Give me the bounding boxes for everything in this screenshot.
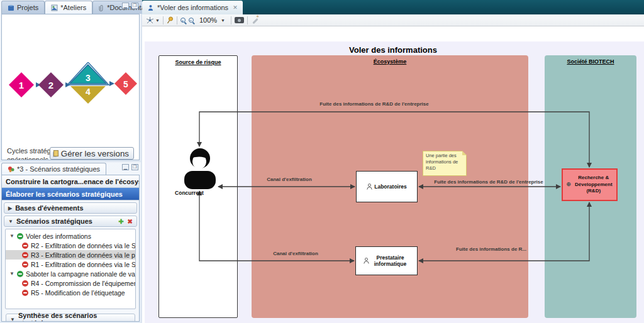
risk-status-icon xyxy=(22,261,28,268)
chevron-down-icon: ▼ xyxy=(9,233,14,239)
workshop3-icon xyxy=(8,166,14,173)
arrowheads xyxy=(197,142,592,263)
section-scenarios-strategiques[interactable]: ▼ Scénarios stratégiques ✚ ✖ xyxy=(4,216,137,227)
section-bases-evenements[interactable]: ▶ Bases d'évènements xyxy=(4,202,137,214)
toolbar-separator xyxy=(177,16,177,25)
tab-projets[interactable]: Projets xyxy=(1,1,45,14)
tab-voler-des-informations[interactable]: *Voler des informations ✕ xyxy=(142,1,243,14)
node-prestataire-informatique[interactable]: Prestataire informatique xyxy=(355,246,418,275)
close-icon[interactable]: ✕ xyxy=(233,4,238,11)
maximize-icon[interactable]: ❒ xyxy=(131,164,138,170)
zoom-level-value: 100% xyxy=(199,16,217,24)
snapshot-button[interactable] xyxy=(235,17,244,23)
minimize-icon[interactable]: ▁ xyxy=(122,3,129,9)
ebios-workshop-cycle[interactable]: 1 2 3 4 5 xyxy=(4,62,139,115)
auto-arrange-button[interactable] xyxy=(251,16,259,25)
toolbar-separator xyxy=(247,16,248,25)
edge-label-fuite-mid: Fuite des informations de R&D de l'entre… xyxy=(434,179,543,185)
minimize-icon[interactable]: ▁ xyxy=(122,164,129,170)
chevron-down-icon: ▼ xyxy=(221,18,225,23)
chevron-down-icon[interactable]: ▼ xyxy=(155,18,160,23)
workshops-view-body: 1 2 3 4 5 Cycles stratégiques et opérati… xyxy=(1,14,140,160)
tree-item-r3[interactable]: R3 - Exfiltration de données via le pres xyxy=(6,250,135,260)
tree-item-r4[interactable]: R4 - Compromission de l'équipement xyxy=(6,278,135,288)
chevron-right-icon: ▶ xyxy=(8,205,12,211)
scenario-status-icon xyxy=(17,233,23,239)
magic-wand-icon xyxy=(251,16,259,25)
edge-label-canal-2: Canal d'exfiltration xyxy=(273,251,318,256)
tab-scenarios-label: *3 - Scénarios stratégiques xyxy=(17,165,100,173)
pin-button[interactable] xyxy=(167,16,174,24)
scenarios-panel: *3 - Scénarios stratégiques ▁ ❒ Construi… xyxy=(0,162,141,323)
workshops-panel: Projets *Ateliers *Documentatio ▁ ❒ 1 2 … xyxy=(0,0,141,162)
workshops-icon xyxy=(51,4,58,11)
tree-item-saboter[interactable]: ▼ Saboter la campagne nationale de vacci… xyxy=(6,269,135,278)
note-fold-corner xyxy=(462,151,467,155)
flow-arrow-icon xyxy=(109,81,114,86)
zoom-in-button[interactable]: + xyxy=(180,18,186,23)
person-icon xyxy=(367,183,372,190)
zoom-out-button[interactable]: − xyxy=(189,18,194,23)
gear-icon: ⊕ xyxy=(566,181,571,189)
editor-tab-label: *Voler des informations xyxy=(157,4,228,11)
tree-item-r2[interactable]: R2 - Exfiltration de données via le SI d xyxy=(6,241,135,250)
edge-label-fuite-bottom: Fuite des informations de R... xyxy=(456,246,526,252)
nav-construire-cartographie[interactable]: Construire la cartogra...enace de l'écos… xyxy=(2,175,139,188)
delete-scenario-icon[interactable]: ✖ xyxy=(128,218,133,225)
node-laboratoires[interactable]: Laboratoires xyxy=(356,171,418,202)
workshop2-number: 2 xyxy=(48,80,53,90)
chevron-down-icon: ▼ xyxy=(9,271,14,276)
diagram-canvas[interactable]: Voler des informations Source de risque … xyxy=(142,26,644,323)
workshop1-number: 1 xyxy=(19,80,24,90)
maximize-icon[interactable]: ❒ xyxy=(131,3,138,9)
panel-window-buttons: ▁ ❒ xyxy=(122,164,138,170)
zoom-level-combo[interactable]: 100% ▼ xyxy=(197,16,228,25)
projects-icon xyxy=(8,4,14,11)
nav-elaborer-scenarios[interactable]: Élaborer les scénarios stratégiques xyxy=(2,188,139,200)
zoom-in-icon: + xyxy=(180,18,186,23)
workshop5-number: 5 xyxy=(123,79,128,89)
tab-ateliers[interactable]: *Ateliers xyxy=(45,1,92,14)
scenario-status-icon xyxy=(17,271,23,277)
risk-status-icon xyxy=(22,243,28,249)
node-recherche-developpement[interactable]: ⊕ Recherche & Développement (R&D) xyxy=(562,168,618,201)
concurrent-label: Concurrent xyxy=(167,190,211,196)
manage-versions-button[interactable]: Gérer les versions xyxy=(50,147,134,160)
edge-top-fuite[interactable] xyxy=(199,112,589,167)
sticky-note[interactable]: Une partie des informations de R&D xyxy=(423,151,467,176)
scenarios-tree: ▼ Voler des informations R2 - Exfiltrati… xyxy=(5,229,136,309)
camera-icon xyxy=(235,17,244,23)
toolbar-separator xyxy=(163,16,164,25)
chevron-down-icon: ▼ xyxy=(10,317,15,322)
concurrent-actor-icon[interactable] xyxy=(184,148,216,189)
person-icon xyxy=(364,258,369,264)
diagram-page[interactable]: Voler des informations Source de risque … xyxy=(145,41,644,323)
workshop4-number: 4 xyxy=(86,87,91,97)
tab-ateliers-label: *Ateliers xyxy=(60,4,86,11)
zoom-out-icon: − xyxy=(189,18,194,23)
tree-item-r5[interactable]: R5 - Modification de l'étiquetage xyxy=(6,288,135,297)
section-synthese-scenarios[interactable]: ▼ Synthèse des scénarios stratégiques xyxy=(6,314,135,322)
tab-scenarios-strategiques[interactable]: *3 - Scénarios stratégiques xyxy=(1,163,106,175)
edge-fuite-bottom[interactable] xyxy=(419,202,589,261)
scenarios-view-body: Construire la cartogra...enace de l'écos… xyxy=(1,175,140,322)
risk-status-icon xyxy=(22,290,28,296)
tree-item-r1[interactable]: R1 - Exfiltration de données via le SI d xyxy=(6,260,135,269)
panel-window-buttons: ▁ ❒ xyxy=(122,3,138,9)
diagram-icon xyxy=(147,4,154,11)
layout-button[interactable]: ▼ xyxy=(146,16,160,25)
diagram-editor: *Voler des informations ✕ ▼ + − 100% ▼ V… xyxy=(142,0,644,323)
versions-icon xyxy=(53,150,58,156)
paperclip-icon xyxy=(99,4,104,11)
editor-toolbar: ▼ + − 100% ▼ xyxy=(142,14,644,26)
risk-status-icon xyxy=(22,252,28,258)
edge-label-top: Fuite des informations de R&D de l'entre… xyxy=(319,101,429,107)
workshop3-number: 3 xyxy=(86,73,91,83)
graph-layout-icon xyxy=(146,16,154,25)
add-scenario-icon[interactable]: ✚ xyxy=(118,218,123,225)
tab-projets-label: Projets xyxy=(17,4,38,11)
toolbar-separator xyxy=(231,16,231,25)
tree-item-voler[interactable]: ▼ Voler des informations xyxy=(6,231,135,241)
pushpin-icon xyxy=(167,16,174,24)
scenarios-tabbar: *3 - Scénarios stratégiques ▁ ❒ xyxy=(0,162,141,175)
